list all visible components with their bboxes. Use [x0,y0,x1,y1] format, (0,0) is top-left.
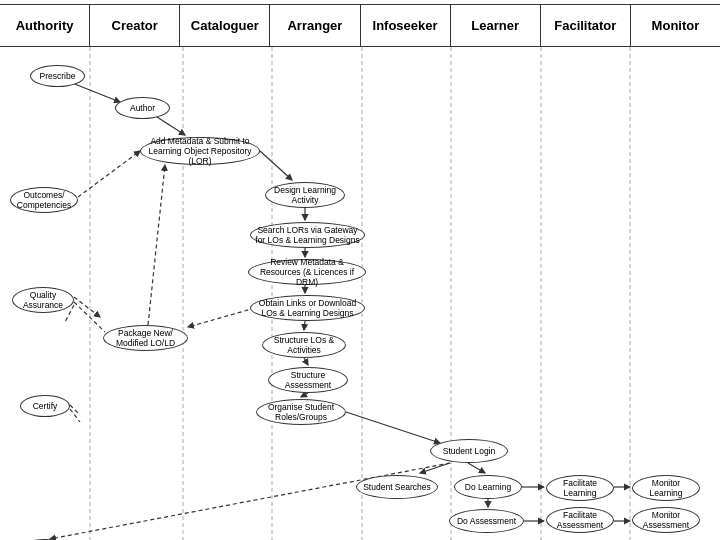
svg-line-10 [78,151,140,197]
node-outcomes: Outcomes/ Competencies [10,187,78,213]
node-author: Author [115,97,170,119]
node-structure-los: Structure LOs & Activities [262,332,346,358]
svg-line-20 [304,358,308,365]
svg-line-18 [74,302,105,332]
svg-line-21 [301,393,308,397]
node-do-learning: Do Learning [454,475,522,499]
diagram-area: PrescribeAuthorAdd Metadata & Submit to … [0,47,720,540]
svg-line-16 [74,297,100,317]
role-cell-cataloguer: Cataloguer [180,5,270,46]
svg-line-22 [70,405,80,415]
node-do-assessment: Do Assessment [449,509,524,533]
role-cell-authority: Authority [0,5,90,46]
node-monitor-learning: Monitor Learning [632,475,700,501]
node-prescribe: Prescribe [30,65,85,87]
svg-line-15 [188,308,255,327]
node-obtain-links: Obtain Links or Download LOs & Learning … [250,295,365,321]
role-cell-creator: Creator [90,5,180,46]
node-student-searches: Student Searches [356,475,438,499]
node-monitor-assessment: Monitor Assessment [632,507,700,533]
arrows-svg [0,47,720,540]
node-structure-assessment: Structure Assessment [268,367,348,393]
svg-line-14 [304,321,305,330]
svg-line-23 [70,409,80,422]
node-package-new: Package New/ Modified LO/LD [103,325,188,351]
role-cell-facilitator: Facilitator [541,5,631,46]
svg-line-24 [346,412,440,443]
svg-line-19 [148,165,165,325]
node-facilitate-learning: Facilitate Learning [546,475,614,501]
node-facilitate-assessment: Facilitate Assessment [546,507,614,533]
node-certify: Certify [20,395,70,417]
role-cell-infoseeker: Infoseeker [361,5,451,46]
svg-line-9 [260,151,292,180]
role-header: AuthorityCreatorCataloguerArrangerInfose… [0,5,720,47]
svg-line-25 [420,463,450,473]
svg-line-26 [468,463,485,473]
role-cell-learner: Learner [451,5,541,46]
node-add-metadata: Add Metadata & Submit to Learning Object… [140,137,260,165]
role-cell-arranger: Arranger [270,5,360,46]
node-design-learning: Design Learning Activity [265,182,345,208]
node-organise-student: Organise Student Roles/Groups [256,399,346,425]
node-review-metadata: Review Metadata & Resources (& Licences … [248,259,366,285]
node-search-lors: Search LORs via Gateway for LOs & Learni… [250,222,365,248]
node-quality: Quality Assurance [12,287,74,313]
role-cell-monitor: Monitor [631,5,720,46]
node-student-login: Student Login [430,439,508,463]
